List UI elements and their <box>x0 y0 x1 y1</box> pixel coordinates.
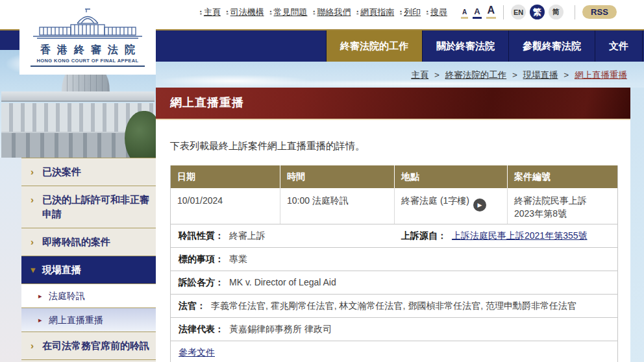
chevron-right-icon: › <box>31 235 34 249</box>
sidebar-item-live-broadcast[interactable]: ▾現場直播 <box>21 256 156 284</box>
topbar-link-sitemap[interactable]: ▪網頁指南 <box>356 6 394 18</box>
lang-traditional-button[interactable]: 繁 <box>530 5 545 19</box>
table-row: 10/01/2024 10:00 法庭聆訊 終審法庭 (1字樓)▶ 終審法院民事… <box>171 188 617 224</box>
intro-text: 下表列載最終上訴案件網上直播重播的詳情。 <box>170 140 630 152</box>
cell-venue: 終審法庭 (1字樓)▶ <box>394 188 507 224</box>
table-header-time: 時間 <box>280 165 394 188</box>
detail-row-hearing-nature: 聆訊性質：終審上訴 上訴源自：上訴法庭民事上訴2021年第355號 <box>171 224 617 248</box>
parties-value: MK v. Director of Legal Aid <box>229 277 336 287</box>
lang-simplified-button[interactable]: 简 <box>549 5 564 19</box>
bullet-icon: ▪ <box>427 8 428 14</box>
lang-english-button[interactable]: EN <box>511 5 526 19</box>
detail-row-judges: 法官：李義常任法官, 霍兆剛常任法官, 林文瀚常任法官, 鄧國楨非常任法官, 范… <box>171 295 617 318</box>
topbar-link-label: 司法機構 <box>230 6 264 18</box>
parties-label: 訴訟各方： <box>179 277 224 287</box>
nav-tab-about-court[interactable]: 關於終審法院 <box>422 30 508 62</box>
divider <box>503 5 504 19</box>
breadcrumb-live-link[interactable]: 現場直播 <box>523 70 558 80</box>
case-number-line1: 終審法院民事上訴 <box>514 194 611 207</box>
nav-tab-work-of-court[interactable]: 終審法院的工作 <box>326 30 422 62</box>
topbar-link-search[interactable]: ▪搜尋 <box>427 6 447 18</box>
sidebar-item-label: 現場直播 <box>42 264 81 275</box>
bullet-icon: ▪ <box>227 8 229 14</box>
topbar-link-label: 主頁 <box>204 6 221 18</box>
subject-matter-value: 專業 <box>229 254 247 264</box>
court-building-line-art-icon <box>29 7 146 40</box>
nav-tab-documents[interactable]: 文件 <box>595 30 643 62</box>
table-header-date: 日期 <box>171 165 280 188</box>
nav-tab-visit-court[interactable]: 參觀終審法院 <box>508 30 595 62</box>
table-header-case-number: 案件編號 <box>507 165 617 188</box>
sidebar-subitem-court-hearing[interactable]: ▸法庭聆訊 <box>21 284 156 308</box>
breadcrumb-work-link[interactable]: 終審法院的工作 <box>445 70 507 80</box>
topbar-link-judiciary[interactable]: ▪司法機構 <box>227 6 264 18</box>
cell-date: 10/01/2024 <box>171 188 280 224</box>
breadcrumb-separator: > <box>512 70 517 80</box>
topbar-link-label: 網頁指南 <box>360 6 394 18</box>
reference-documents-link[interactable]: 參考文件 <box>179 347 215 357</box>
reference-documents-row: 參考文件 <box>171 341 617 362</box>
topbar-link-label: 搜尋 <box>430 6 447 18</box>
cell-time: 10:00 法庭聆訊 <box>280 188 394 224</box>
triangle-right-icon: ▸ <box>38 313 42 326</box>
main-navigation: 終審法院的工作 關於終審法院 參觀終審法院 文件 <box>156 29 644 62</box>
sky-banner: 主頁 > 終審法院的工作 > 現場直播 > 網上直播重播 <box>156 62 644 88</box>
sidebar-item-label: 即將聆訊的案件 <box>42 236 110 247</box>
topbar-link-contact[interactable]: ▪聯絡我們 <box>314 6 351 18</box>
table-header-venue: 地點 <box>394 165 507 188</box>
sidebar-item-decided-leave-applications[interactable]: ›已決的上訴許可和非正審申請 <box>21 186 156 228</box>
play-icon: ▶ <box>478 199 482 211</box>
left-background-strip <box>0 158 21 362</box>
font-size-medium-button[interactable]: A <box>473 7 481 19</box>
sidebar-subitem-webcast-replay[interactable]: ▸網上直播重播 <box>21 308 156 332</box>
topbar-link-label: 列印 <box>404 6 421 18</box>
detail-row-subject-matter: 標的事項：專業 <box>171 248 617 271</box>
triangle-right-icon: ▸ <box>38 289 42 302</box>
hearing-nature-label: 聆訊性質： <box>179 230 224 241</box>
breadcrumb-current: 網上直播重播 <box>575 70 627 80</box>
topbar-link-label: 聯絡我們 <box>317 6 351 18</box>
sidebar-subitem-label: 網上直播重播 <box>49 315 103 325</box>
sidebar: ›已決案件 ›已決的上訴許可和非正審申請 ›即將聆訊的案件 ▾現場直播 ▸法庭聆… <box>21 158 156 362</box>
topbar-link-home[interactable]: ▪主頁 <box>200 6 221 18</box>
page: ▪主頁 ▪司法機構 ▪常見問題 ▪聯絡我們 ▪網頁指南 ▪列印 ▪搜尋 A A … <box>0 0 644 362</box>
play-button[interactable]: ▶ <box>473 199 486 211</box>
sidebar-item-upcoming-hearings[interactable]: ›即將聆訊的案件 <box>21 228 156 256</box>
logo-title-english: HONG KONG COURT OF FINAL APPEAL <box>19 58 156 64</box>
logo-underline <box>31 66 145 67</box>
bullet-icon: ▪ <box>314 8 316 14</box>
subject-matter-label: 標的事項： <box>179 254 224 264</box>
sidebar-item-decided-cases[interactable]: ›已決案件 <box>21 158 156 186</box>
detail-row-representation: 法律代表：黃嘉錫律師事務所 律政司 <box>171 318 617 341</box>
bullet-icon: ▪ <box>270 8 272 14</box>
sidebar-item-label: 已決案件 <box>42 166 81 177</box>
venue-text: 終審法庭 (1字樓) <box>401 195 469 206</box>
bullet-icon: ▪ <box>200 8 202 14</box>
topbar-link-faq[interactable]: ▪常見問題 <box>270 6 308 18</box>
representation-value: 黃嘉錫律師事務所 律政司 <box>229 324 332 334</box>
font-size-small-button[interactable]: A <box>461 9 468 19</box>
chevron-right-icon: › <box>31 339 34 353</box>
cell-case-number: 終審法院民事上訴2023年第8號 <box>507 188 617 224</box>
sidebar-item-registrar-hearings[interactable]: ›在司法常務官席前的聆訊 <box>21 332 156 360</box>
breadcrumb-separator: > <box>434 70 440 80</box>
sidebar-item-label: 已決的上訴許可和非正審申請 <box>42 194 149 219</box>
sidebar-item-label: 在司法常務官席前的聆訊 <box>42 340 149 351</box>
judges-value: 李義常任法官, 霍兆剛常任法官, 林文瀚常任法官, 鄧國楨非常任法官, 范理申勳… <box>211 300 576 311</box>
rss-button[interactable]: RSS <box>582 5 617 19</box>
chevron-down-icon: ▾ <box>31 263 36 277</box>
page-title-band: 網上直播重播 <box>156 88 630 120</box>
chevron-right-icon: › <box>31 193 34 207</box>
breadcrumb-home-link[interactable]: 主頁 <box>411 70 428 80</box>
chevron-right-icon: › <box>31 165 34 179</box>
topbar-link-print[interactable]: ▪列印 <box>400 6 421 18</box>
breadcrumb: 主頁 > 終審法院的工作 > 現場直播 > 網上直播重播 <box>411 69 627 81</box>
appeal-from-link[interactable]: 上訴法庭民事上訴2021年第355號 <box>452 230 588 241</box>
right-sky-strip <box>630 88 644 362</box>
font-size-controls: A A A <box>461 5 496 19</box>
font-size-large-button[interactable]: A <box>486 5 497 19</box>
topbar-link-label: 常見問題 <box>274 6 308 18</box>
logo-title-chinese: 香港終審法院 <box>19 43 156 57</box>
site-logo[interactable]: 香港終審法院 HONG KONG COURT OF FINAL APPEAL <box>19 3 156 75</box>
breadcrumb-separator: > <box>564 70 569 80</box>
